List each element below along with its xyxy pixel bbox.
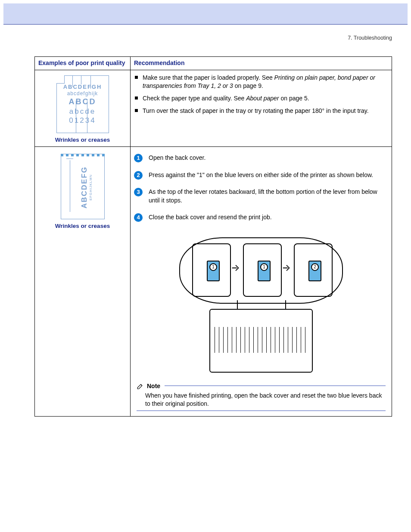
example-thumbnail-wrinkles-2: ABCDEFG EFGHIJKLMN xyxy=(61,154,105,219)
example-caption: Wrinkles or creases xyxy=(38,223,127,229)
recommendation-item: Check the paper type and quality. See Ab… xyxy=(134,94,388,107)
note-body: When you have finished printing, open th… xyxy=(137,390,386,411)
step-item: 4 Close the back cover and resend the pr… xyxy=(134,213,388,230)
recommendation-item: Make sure that the paper is loaded prope… xyxy=(134,74,388,94)
header-rule xyxy=(3,24,408,25)
sample-text: abcde xyxy=(63,107,103,116)
pdf-top-band xyxy=(3,3,408,24)
recommendation-list: Make sure that the paper is loaded prope… xyxy=(134,74,388,119)
doc-xref-link[interactable]: About paper xyxy=(246,95,279,102)
arrow-right-icon xyxy=(282,263,291,273)
step-number-icon: 1 xyxy=(134,154,143,162)
recommendation-item: Turn over the stack of paper in the tray… xyxy=(134,107,388,119)
troubleshooting-table: Examples of poor print quality Recommend… xyxy=(34,56,392,417)
page: 7. Troubleshooting Examples of poor prin… xyxy=(0,35,411,532)
sample-text: abcdefghijk xyxy=(63,90,103,97)
step-item: 1 Open the back cover. xyxy=(134,154,388,171)
section-title: 7. Troubleshooting xyxy=(34,35,392,41)
table-row: ABCDEFG EFGHIJKLMN Wrinkles or creases 1… xyxy=(35,147,392,417)
example-thumbnail-wrinkles-1: ABCDEFGH abcdefghijk ABCD abcde 01234 xyxy=(56,75,109,133)
sample-text: 01234 xyxy=(63,116,103,125)
col-header-examples: Examples of poor print quality xyxy=(35,57,131,70)
step-text: As the top of the lever rotates backward… xyxy=(149,188,377,204)
sample-text: ABCDEFGH xyxy=(63,84,103,90)
step-number-icon: 4 xyxy=(134,213,143,222)
step-text: Open the back cover. xyxy=(149,154,206,161)
step-text: Press against the "1" on the blue levers… xyxy=(149,171,373,178)
note-pencil-icon xyxy=(137,382,144,390)
col-header-recommendation: Recommendation xyxy=(131,57,392,70)
sample-text: ABCDEFG xyxy=(80,166,89,208)
rec-text: on page 5. xyxy=(279,95,309,102)
arrow-right-icon xyxy=(231,263,240,273)
note-label: Note xyxy=(147,383,160,389)
lever-label: 1 xyxy=(260,263,268,271)
procedure-steps: 1 Open the back cover. 2 Press against t… xyxy=(134,154,388,230)
sample-text: EFGHIJKLMN xyxy=(89,166,93,208)
lever-diagram-illustration: 1 1 2 xyxy=(175,235,347,373)
step-item: 2 Press against the "1" on the blue leve… xyxy=(134,171,388,188)
step-item: 3 As the top of the lever rotates backwa… xyxy=(134,188,388,213)
sample-text: ABCD xyxy=(63,97,103,107)
lever-label: 1 xyxy=(209,263,217,271)
rec-text: on page 9. xyxy=(233,82,263,89)
note-block: Note When you have finished printing, op… xyxy=(137,382,386,411)
step-number-icon: 2 xyxy=(134,171,143,180)
lever-label: 2 xyxy=(311,263,319,271)
rec-text: Make sure that the paper is loaded prope… xyxy=(143,74,274,81)
rec-text: Check the paper type and quality. See xyxy=(143,95,246,102)
step-number-icon: 3 xyxy=(134,188,143,196)
table-row: ABCDEFGH abcdefghijk ABCD abcde 01234 Wr… xyxy=(35,70,392,147)
example-caption: Wrinkles or creases xyxy=(38,137,127,143)
rec-text: Turn over the stack of paper in the tray… xyxy=(143,107,369,114)
step-text: Close the back cover and resend the prin… xyxy=(149,214,272,221)
